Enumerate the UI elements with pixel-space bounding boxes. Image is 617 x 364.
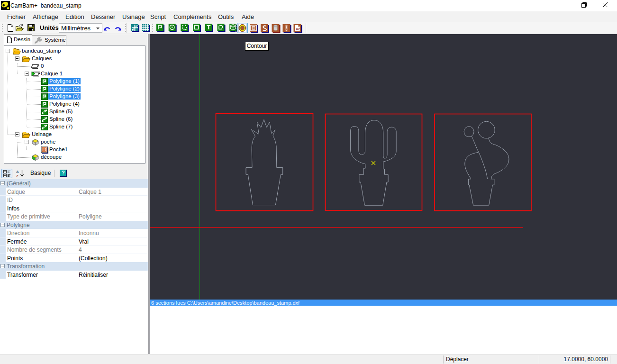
svg-text:MC: MC bbox=[296, 28, 300, 31]
svg-text:Z: Z bbox=[16, 174, 18, 178]
